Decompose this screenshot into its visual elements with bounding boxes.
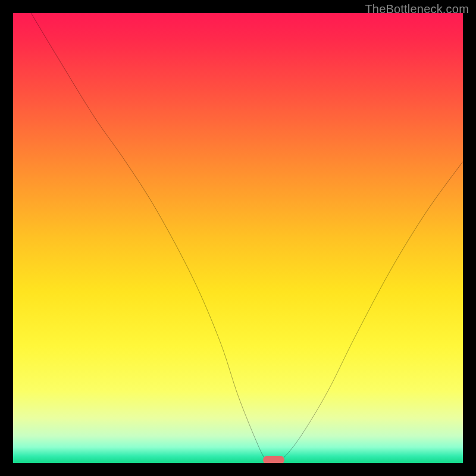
optimal-marker [263, 456, 284, 463]
plot-area [13, 13, 463, 463]
chart-frame: TheBottleneck.com [0, 0, 476, 476]
bottleneck-curve [13, 13, 463, 463]
